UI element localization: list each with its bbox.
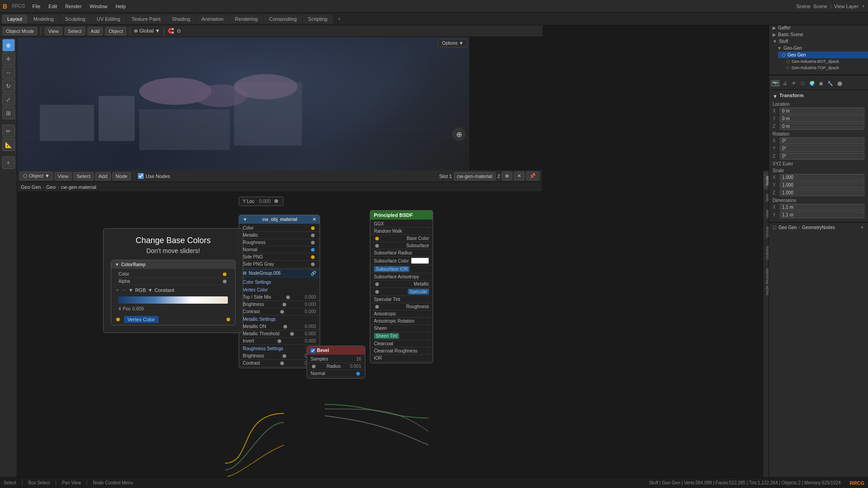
props-render-icon[interactable]: 📷 (771, 80, 780, 87)
tool-transform[interactable]: ⊞ (2, 107, 15, 119)
toolbar-add[interactable]: Add (88, 27, 103, 35)
breadcrumb-material[interactable]: cw-gen-material (61, 184, 96, 190)
props-world-icon[interactable]: 🌍 (807, 80, 816, 87)
props-scene-icon[interactable]: ⬡ (799, 80, 807, 87)
breadcrumb-geo[interactable]: Geo (46, 184, 56, 190)
bsdf-sub-color-swatch[interactable] (411, 258, 429, 264)
vertex-color-output-btn[interactable]: Vertex Color (124, 316, 159, 323)
snap-toggle[interactable]: 🧲 (168, 28, 174, 34)
tree-geo-gen-active[interactable]: ⬡ Geo Gen (778, 52, 868, 58)
menu-window[interactable]: Window (86, 3, 111, 10)
tab-layout[interactable]: Layout (2, 14, 28, 23)
tool-add[interactable]: ＋ (2, 156, 15, 169)
tree-basic-scene[interactable]: ▶ Basic Scene (769, 31, 868, 38)
tool-rotate[interactable]: ↻ (2, 80, 15, 92)
loc-z-val[interactable]: 0 m (780, 123, 864, 130)
cr-interp-dropdown[interactable]: ▼ (148, 287, 153, 293)
tool-select[interactable]: ⊕ (2, 39, 15, 52)
node-add[interactable]: Add (95, 172, 111, 180)
dim-x-val[interactable]: 1.1 m (780, 204, 864, 211)
tool-scale[interactable]: ⤢ (2, 93, 15, 106)
tab-texture-paint[interactable]: Texture Paint (126, 14, 166, 23)
props-object-icon[interactable]: ◼ (817, 80, 825, 87)
bevel-samples-val[interactable]: 16 (356, 357, 361, 361)
viewport-nav[interactable]: ⊕ (452, 127, 466, 141)
cr-pos-val[interactable]: 0.609 (132, 306, 144, 311)
colorramp-header: ▼ ColorRamp (111, 260, 235, 269)
use-nodes-checkbox[interactable] (138, 173, 144, 179)
tree-geo-gen[interactable]: ▼ Geo-Gen (774, 45, 868, 52)
tab-uv-editing[interactable]: UV Editing (91, 14, 126, 23)
toolbar-select[interactable]: Select (65, 27, 85, 35)
node-view[interactable]: View (55, 172, 72, 180)
props-material-icon[interactable]: ⬤ (835, 80, 844, 87)
tab-scripting[interactable]: Scripting (302, 14, 333, 23)
metallic-threshold-val[interactable]: 0.000 (305, 331, 316, 336)
menu-render[interactable]: Render (61, 3, 85, 10)
top-side-mix-val[interactable]: 0.000 (305, 295, 316, 300)
loc-x-val[interactable]: 0 m (780, 108, 864, 114)
invert-val[interactable]: 0.000 (305, 338, 316, 343)
proportional-edit[interactable]: ⊙ (177, 28, 181, 34)
toolbar-object[interactable]: Object (105, 27, 126, 35)
geo-nodes-add-icon[interactable]: ＋ (860, 224, 864, 230)
toolbar-view[interactable]: View (45, 27, 62, 35)
obj-mode-dropdown[interactable]: Object Mode (3, 27, 37, 35)
node-node[interactable]: Node (113, 172, 131, 180)
tab-shading[interactable]: Shading (166, 14, 195, 23)
props-modifier-icon[interactable]: 🔧 (826, 80, 835, 87)
contrast-val[interactable]: 0.000 (305, 309, 316, 314)
cr-gradient[interactable] (118, 296, 228, 304)
node-select[interactable]: Select (73, 172, 94, 180)
transform-expand[interactable]: ▼ (773, 94, 778, 99)
menu-edit[interactable]: Edit (45, 3, 61, 10)
cr-remove-btn[interactable]: － (122, 286, 127, 293)
props-output-icon[interactable]: 🖨 (781, 80, 789, 87)
tool-measure[interactable]: 📐 (2, 138, 15, 151)
tab-add[interactable]: ＋ (333, 14, 345, 24)
cr-add-btn[interactable]: ＋ (115, 286, 120, 293)
colorramp-expand[interactable]: ▼ (115, 262, 119, 267)
node-canvas[interactable]: Change Base Colors Don't move sliders! ▼… (17, 192, 542, 477)
tab-sculpting[interactable]: Sculpting (60, 14, 91, 23)
options-button[interactable]: Options ▼ (438, 39, 467, 47)
brightness-val[interactable]: 0.000 (305, 302, 316, 307)
loc-y-val[interactable]: 0 m (780, 115, 864, 122)
scale-z-val[interactable]: 1.000 (780, 189, 864, 196)
main-viewport[interactable]: Options ▼ ⊕ (17, 37, 469, 170)
unlink-material[interactable]: ✕ (514, 172, 524, 180)
nodegroup006-link[interactable]: 🔗 (311, 271, 316, 276)
tree-stuff[interactable]: ▼ Stuff (769, 38, 868, 45)
props-view-icon[interactable]: 👁 (790, 80, 798, 87)
scale-y-val[interactable]: 1.000 (780, 182, 864, 188)
view-layer-label[interactable]: View Layer (834, 4, 859, 9)
rot-y-val[interactable]: 0° (780, 145, 864, 152)
tree-gen-bot[interactable]: ⬡ Gen-Industria-BOT_dpack (783, 58, 868, 65)
tool-annotate[interactable]: ✏ (2, 125, 15, 137)
tool-cursor[interactable]: ✛ (2, 52, 15, 65)
dim-y-val[interactable]: 1.1 m (780, 211, 864, 218)
breadcrumb-geo-gen[interactable]: Geo Gen (21, 184, 41, 190)
tab-rendering[interactable]: Rendering (229, 14, 263, 23)
bevel-radius-val[interactable]: 0.001 (350, 364, 361, 369)
tab-compositing[interactable]: Compositing (264, 14, 302, 23)
global-dropdown[interactable]: ⊕ Global ▼ (134, 28, 160, 34)
tool-move[interactable]: ↔ (2, 66, 15, 79)
node-obj-dropdown[interactable]: ⬡ Object ▼ (20, 172, 53, 180)
rot-z-val[interactable]: 0° (780, 153, 864, 160)
scale-x-val[interactable]: 1.000 (780, 174, 864, 181)
cr-mode-dropdown[interactable]: ▼ (128, 287, 133, 293)
menu-file[interactable]: File (29, 3, 44, 10)
pin-material[interactable]: 📌 (526, 172, 539, 180)
tab-modeling[interactable]: Modeling (28, 14, 59, 23)
tab-animation[interactable]: Animation (196, 14, 229, 23)
metallic-on-val[interactable]: 0.000 (305, 324, 316, 329)
tree-gen-top[interactable]: ⬡ Gen-Industria-TOP_dpack (783, 65, 868, 71)
tree-gaffer[interactable]: ▶ Gaffer (769, 24, 868, 31)
cw-node-close[interactable]: ✕ (312, 217, 316, 222)
new-material[interactable]: ⊕ (502, 172, 512, 180)
bevel-enabled[interactable] (311, 348, 315, 353)
rot-x-val[interactable]: 0° (780, 137, 864, 144)
material-dropdown[interactable]: cw-gen-material (454, 172, 495, 180)
menu-help[interactable]: Help (112, 3, 129, 10)
